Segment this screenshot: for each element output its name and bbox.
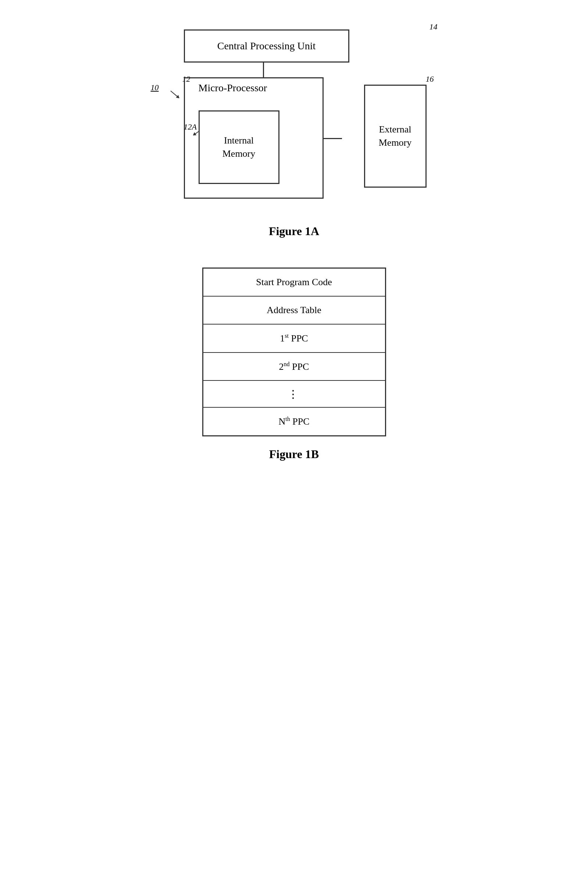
cpu-label: Central Processing Unit (218, 40, 316, 52)
mp-label: Micro-Processor (199, 82, 267, 94)
first-ppc-cell: 1st PPC (202, 324, 386, 353)
table-row-nth-ppc: Nth PPC (202, 407, 386, 436)
memory-table: Start Program Code Address Table 1st PPC… (202, 267, 386, 436)
ref-16: 16 (426, 74, 434, 84)
internal-memory-label: Internal Memory (222, 134, 256, 161)
dots-cell: ⋮ (202, 380, 386, 407)
table-row-start: Start Program Code (202, 268, 386, 297)
external-memory-label: External Memory (379, 123, 412, 150)
figure-1b-section: Start Program Code Address Table 1st PPC… (129, 253, 460, 461)
arrow-10-icon (170, 90, 179, 98)
address-table-cell: Address Table (202, 296, 386, 324)
nth-ppc-cell: Nth PPC (202, 407, 386, 436)
ref-14: 14 (429, 22, 438, 32)
connector-mp-em (323, 138, 342, 139)
page-container: 14 Central Processing Unit 10 12 Micro-P… (129, 15, 460, 461)
second-ppc-cell: 2nd PPC (202, 353, 386, 381)
ref-12a: 12A (184, 122, 197, 132)
start-program-code-cell: Start Program Code (202, 268, 386, 297)
external-memory-box: External Memory (364, 85, 427, 188)
internal-memory-box: Internal Memory (199, 110, 279, 184)
ref-10: 10 (151, 83, 159, 92)
cpu-box: Central Processing Unit (184, 29, 350, 63)
diagram-1b: Start Program Code Address Table 1st PPC… (202, 267, 386, 436)
connector-cpu-mp (263, 63, 264, 78)
figure-1a-caption: Figure 1A (269, 224, 319, 238)
table-row-1st-ppc: 1st PPC (202, 324, 386, 353)
diagram-1a: 14 Central Processing Unit 10 12 Micro-P… (151, 22, 438, 213)
figure-1b-caption: Figure 1B (269, 448, 319, 461)
figure-1a-section: 14 Central Processing Unit 10 12 Micro-P… (129, 15, 460, 253)
table-row-address: Address Table (202, 296, 386, 324)
table-row-2nd-ppc: 2nd PPC (202, 353, 386, 381)
table-row-dots: ⋮ (202, 380, 386, 407)
